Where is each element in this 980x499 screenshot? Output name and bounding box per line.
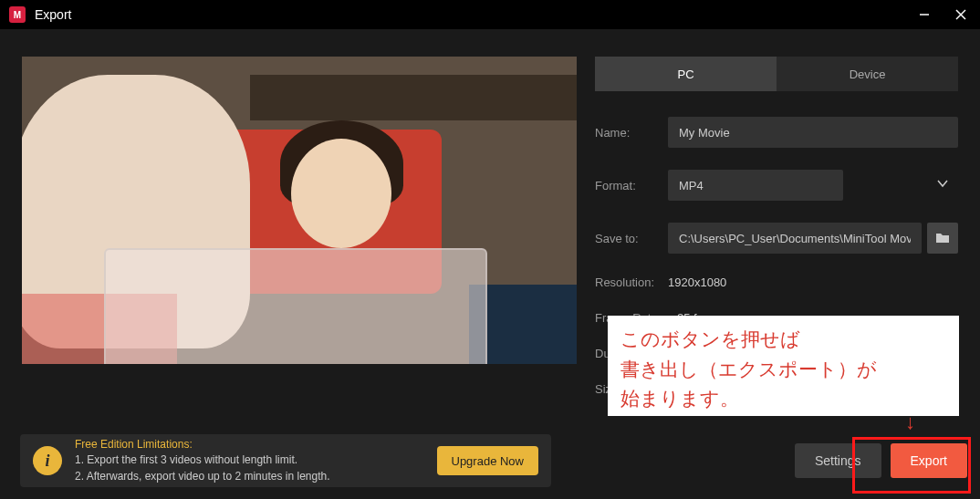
name-input[interactable] [668,117,958,148]
limitations-box: i Free Edition Limitations: 1. Export th… [20,434,551,487]
titlebar: M Export [0,0,980,29]
close-button[interactable] [951,5,971,25]
export-tabs: PC Device [595,57,958,91]
format-label: Format: [595,179,668,192]
saveto-label: Save to: [595,232,668,245]
video-preview [22,57,577,364]
app-logo-icon: M [9,6,26,23]
limitations-text: Free Edition Limitations: 1. Export the … [75,437,330,484]
annotation-overlay: このボタンを押せば 書き出し（エクスポート）が 始まります。 [608,316,959,416]
window-controls [914,5,971,25]
row-name: Name: [595,117,958,148]
row-resolution: Resolution: 1920x1080 [595,275,958,289]
name-label: Name: [595,126,668,140]
saveto-input[interactable] [668,223,922,254]
row-saveto: Save to: [595,223,958,254]
resolution-value: 1920x1080 [668,275,726,289]
browse-folder-button[interactable] [927,223,958,254]
info-icon: i [33,446,62,475]
settings-button[interactable]: Settings [795,443,881,478]
limitations-title: Free Edition Limitations: [75,437,330,452]
annotation-line2: 書き出し（エクスポート）が [620,355,946,385]
annotation-arrow-icon: ↓ [905,411,915,434]
row-format: Format: [595,170,958,201]
minimize-button[interactable] [914,5,934,25]
limitations-line2: 2. Afterwards, export video up to 2 minu… [75,469,330,484]
footer: i Free Edition Limitations: 1. Export th… [20,433,967,488]
annotation-line3: 始まります。 [620,384,946,414]
chevron-down-icon [936,177,949,193]
format-select[interactable] [668,170,843,201]
folder-icon [934,230,951,246]
window-title: Export [35,7,914,22]
limitations-line1: 1. Export the first 3 videos without len… [75,452,330,468]
resolution-label: Resolution: [595,275,668,289]
upgrade-button[interactable]: Upgrade Now [437,446,539,475]
export-button[interactable]: Export [891,443,967,478]
tab-device[interactable]: Device [777,57,958,91]
tab-pc[interactable]: PC [595,57,777,91]
annotation-line1: このボタンを押せば [620,325,946,355]
